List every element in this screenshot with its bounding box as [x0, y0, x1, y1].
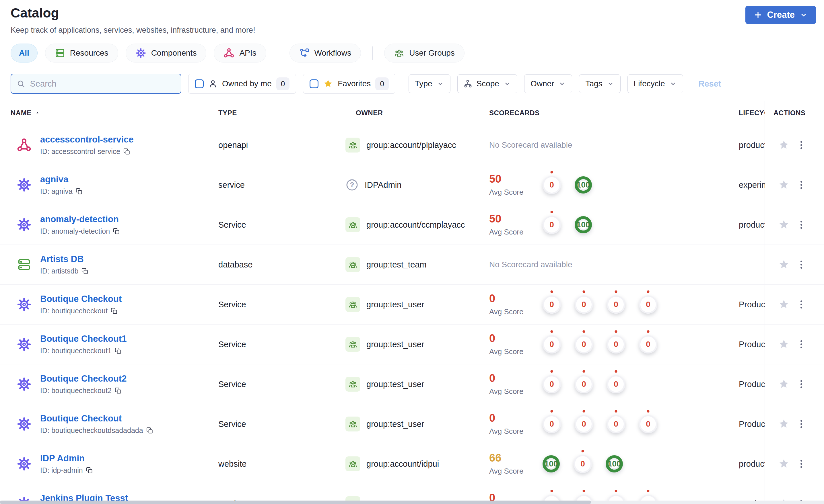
owner-name: group:account/idpui	[367, 459, 439, 469]
scorecard-ring[interactable]: 100	[575, 176, 592, 194]
lifecycle-dropdown[interactable]: Lifecycle	[627, 74, 683, 93]
kebab-menu-icon[interactable]	[798, 458, 805, 470]
favorite-star-icon[interactable]	[778, 299, 790, 310]
favorites-filter[interactable]: Favorites 0	[303, 74, 395, 94]
group-icon	[345, 337, 360, 352]
kebab-menu-icon[interactable]	[798, 258, 805, 271]
scorecard-ring[interactable]: 0	[607, 415, 625, 433]
copy-icon[interactable]	[113, 228, 120, 235]
kebab-menu-icon[interactable]	[798, 418, 805, 430]
favorite-star-icon[interactable]	[778, 339, 790, 350]
favorite-star-icon[interactable]	[778, 259, 790, 270]
type-cell: Service	[209, 285, 345, 324]
create-button[interactable]: Create	[745, 6, 816, 24]
kebab-menu-icon[interactable]	[798, 298, 805, 311]
scorecard-ring[interactable]: 0	[542, 335, 561, 354]
tab-apis[interactable]: APIs	[214, 43, 266, 62]
type-cell: openapi	[209, 125, 345, 165]
entity-name-link[interactable]: Boutique Checkout2	[40, 374, 126, 384]
column-header-name[interactable]: NAME	[0, 101, 209, 125]
favorite-star-icon[interactable]	[778, 378, 790, 390]
avg-score-value: 50	[489, 173, 529, 184]
copy-icon[interactable]	[76, 188, 82, 195]
entity-name-link[interactable]: Boutique Checkout1	[40, 334, 126, 344]
entity-name-link[interactable]: Boutique Checkout	[40, 413, 122, 423]
scorecard-ring[interactable]: 0	[639, 415, 657, 433]
entity-id: ID: idp-admin	[40, 466, 83, 475]
owner-name: group:account/plplayacc	[367, 140, 456, 150]
table-row: Artists DB ID: artistsdb database group:…	[0, 245, 824, 285]
kebab-menu-icon[interactable]	[798, 219, 805, 231]
copy-icon[interactable]	[146, 427, 153, 434]
tab-user-groups[interactable]: User Groups	[384, 43, 465, 62]
scorecard-ring[interactable]: 100	[606, 455, 623, 473]
scorecards-cell: No Scorecard available	[489, 125, 736, 165]
owner-cell: group:test_user	[345, 404, 489, 444]
scorecard-ring[interactable]: 0	[575, 295, 593, 313]
kebab-menu-icon[interactable]	[798, 338, 805, 351]
favorite-star-icon[interactable]	[778, 418, 790, 430]
tab-components[interactable]: Components	[126, 43, 207, 62]
scorecard-ring[interactable]: 0	[542, 415, 561, 433]
owner-name: group:account/ccmplayacc	[367, 220, 465, 230]
type-dropdown[interactable]: Type	[409, 74, 450, 93]
scorecard-ring[interactable]: 0	[607, 375, 625, 393]
entity-name-link[interactable]: agniva	[40, 174, 68, 184]
scorecard-ring[interactable]: 0	[575, 335, 593, 354]
scorecard-ring[interactable]: 0	[639, 295, 657, 313]
owner-dropdown[interactable]: Owner	[524, 74, 572, 93]
owned-by-me-filter[interactable]: Owned by me 0	[188, 74, 296, 94]
tab-all[interactable]: All	[11, 43, 37, 62]
copy-icon[interactable]	[115, 348, 121, 354]
owner-cell: group:test_user	[345, 325, 489, 364]
tabs-divider	[278, 46, 278, 59]
owned-by-me-checkbox[interactable]	[195, 80, 204, 88]
type-cell: database	[209, 245, 345, 284]
scorecard-ring[interactable]: 100	[575, 216, 592, 233]
favorites-checkbox[interactable]	[310, 80, 318, 88]
score-divider	[529, 211, 529, 239]
scorecard-ring[interactable]: 0	[607, 295, 625, 313]
entity-name-link[interactable]: Boutique Checkout	[40, 294, 122, 304]
owner-cell: group:test_user	[345, 285, 489, 324]
kebab-menu-icon[interactable]	[798, 378, 805, 390]
copy-icon[interactable]	[115, 387, 121, 394]
tab-workflows[interactable]: Workflows	[290, 43, 361, 62]
scorecard-ring[interactable]: 0	[542, 295, 561, 313]
scorecard-ring[interactable]: 0	[607, 335, 625, 354]
entity-name-link[interactable]: Artists DB	[40, 254, 84, 264]
kebab-menu-icon[interactable]	[798, 178, 805, 191]
tags-dropdown[interactable]: Tags	[579, 74, 620, 93]
service-entity-icon	[16, 217, 32, 232]
favorite-star-icon[interactable]	[778, 179, 790, 191]
horizontal-scrollbar-thumb[interactable]	[0, 501, 591, 504]
favorite-star-icon[interactable]	[778, 458, 790, 470]
table-row: anomaly-detection ID: anomaly-detection …	[0, 205, 824, 245]
copy-icon[interactable]	[111, 307, 117, 314]
entity-name-link[interactable]: IDP Admin	[40, 453, 85, 463]
owner-cell: group:account/ccmplayacc	[345, 205, 489, 245]
copy-icon[interactable]	[123, 148, 130, 155]
tab-resources[interactable]: Resources	[45, 43, 118, 62]
lifecycle-cell: Production	[736, 285, 764, 324]
copy-icon[interactable]	[86, 467, 93, 474]
scorecard-ring[interactable]: 0	[542, 375, 561, 393]
type-dropdown-label: Type	[415, 79, 432, 88]
scorecard-ring[interactable]: 0	[574, 455, 592, 473]
favorite-star-icon[interactable]	[778, 139, 790, 151]
scorecard-ring[interactable]: 0	[575, 415, 593, 433]
entity-name-link[interactable]: accesscontrol-service	[40, 134, 134, 144]
scope-dropdown[interactable]: Scope	[457, 74, 517, 93]
kebab-menu-icon[interactable]	[798, 139, 805, 151]
scorecard-ring[interactable]: 0	[542, 176, 561, 194]
reset-filters-button[interactable]: Reset	[699, 79, 721, 89]
copy-icon[interactable]	[82, 268, 88, 274]
entity-name-link[interactable]: anomaly-detection	[40, 214, 119, 224]
scorecard-ring[interactable]: 0	[575, 375, 593, 393]
scorecard-ring[interactable]: 0	[542, 216, 561, 234]
favorite-star-icon[interactable]	[778, 219, 790, 231]
search-input[interactable]	[29, 79, 175, 89]
scorecard-ring[interactable]: 100	[542, 455, 560, 473]
service-entity-icon	[16, 177, 32, 193]
scorecard-ring[interactable]: 0	[639, 335, 657, 354]
